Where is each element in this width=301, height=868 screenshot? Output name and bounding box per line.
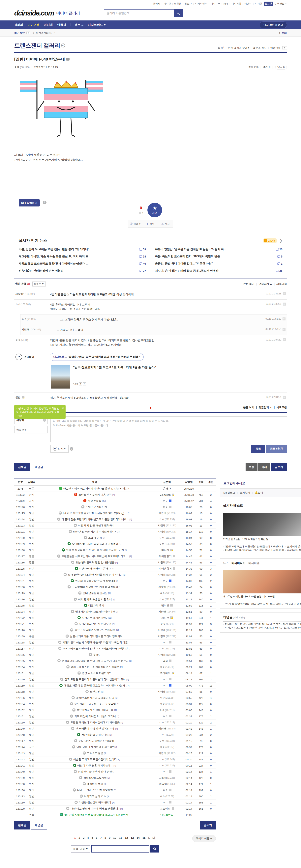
post-title-link[interactable]: 살면서 개새끼를 적게 만나면 그것이 행복이다	[70, 635, 123, 638]
list-item[interactable]: 실시간 서로 만나서 술 마시는중인 악어랑 오현민	[282, 625, 301, 630]
post-head-tag[interactable]: 일반	[27, 523, 37, 529]
writer-name[interactable]: ㅇㅇ	[163, 801, 168, 804]
gnb-item[interactable]: 미니갤	[44, 23, 53, 27]
table-row[interactable]: 120181 일반 위기의 트갤을구할 유일한 희망.jpg[2] ㅇㅇ 14:…	[14, 578, 216, 584]
post-head-tag[interactable]: 우울	[27, 633, 37, 640]
table-row[interactable]: 뉴스 '와! 진짜? 세상에 이런 일이' 시즌2 예고...기대감 높아져 디…	[14, 812, 216, 818]
table-row[interactable]: 120161 일반 광명 ㅅㅇㅎㅁ 자판기야? 록타이트 08:14 67 1	[14, 670, 216, 676]
table-row[interactable]: 120185 일반 트랜스러버 프라이드플래그[4] 피어앤헝거 14:38 9…	[14, 566, 216, 572]
table-row[interactable]: 120147 일반 ㅇㅌㅅ에서도 까이면 난 어떡해 ㅇㅇ(211.234) 0…	[14, 738, 216, 744]
comment-toolbar-link[interactable]: 본문 보기	[243, 406, 254, 409]
comment-page-1[interactable]: 1	[150, 406, 151, 409]
post-head-tag[interactable]: 일반	[27, 602, 37, 609]
comment-writer[interactable]: 사랑해1	[16, 292, 25, 296]
post-title-link[interactable]: 애인이 자꾸 결혼 얘기하는데...[1]	[78, 764, 116, 767]
news-tab[interactable]: 디시미디어	[232, 561, 245, 565]
post-head-tag[interactable]: 일반	[27, 701, 37, 707]
post-title-link[interactable]: 원래 화장실을 자주 안갔는데 방광이 쪼글아든건가[5]	[66, 549, 127, 552]
table-row[interactable]: 120168 일반 자판기인지 아닌지 어떻게 구분해? 자판기가 확실히 다른…	[14, 640, 216, 646]
comment-delete-icon[interactable]: ✕	[283, 338, 286, 341]
password-input[interactable]	[14, 426, 48, 433]
next-news-button[interactable]: ▶	[83, 382, 86, 386]
post-title-link[interactable]: 성형상담해드릴게영[3]	[84, 776, 110, 779]
global-search-button[interactable]	[174, 9, 183, 17]
writer-name[interactable]: 피어앤헝거	[159, 555, 172, 558]
post-title-link[interactable]: 부모한테 돈 요구하는것도 그 생각임[1]	[74, 703, 119, 705]
list-item[interactable]: 인간관계 박살난 전대 히어로.manhwa	[251, 547, 297, 553]
writer-name[interactable]: 록타이트	[160, 672, 171, 675]
news-tab[interactable]: 디시이슈	[248, 561, 260, 565]
writer-name[interactable]: 사랑해	[158, 561, 166, 564]
topbar-link[interactable]: 인물갤	[174, 2, 181, 5]
post-head-tag[interactable]: 공지	[27, 492, 37, 498]
post-head-tag[interactable]: 뉴스	[27, 812, 37, 818]
table-row[interactable]: 120174 일반 밖에서는정상적으로 살아야하니까[2] 사랑해(124.56…	[14, 609, 216, 615]
table-row[interactable]: 120136 일반 너네는 군대 모르는척 어떻게함[7] ㅇㅇ 02.14 1…	[14, 787, 216, 793]
comment-writer[interactable]: ㅇㅇ	[16, 339, 21, 341]
post-title-link[interactable]: 여기 진짜로 수술한 사람 있나[4]	[78, 598, 115, 601]
post-head-tag[interactable]: 일반	[27, 590, 37, 596]
list-search-input[interactable]	[91, 845, 149, 852]
post-title-link[interactable]: 트젠은 게이보다 자기여성애에 더 가까운듯[3]	[70, 721, 123, 724]
post-title-link[interactable]: '와! 진짜? 세상에 이런 일이' 시즌2 예고...기대감 높아져	[64, 813, 129, 816]
writer-name[interactable]: ㅇㅇ	[160, 592, 165, 595]
dccon-help-icon[interactable]: ?	[70, 447, 73, 451]
news-item[interactable]: 윤종신, 금발 하니 아이돌 같아... "피곤한 아침"1	[155, 262, 282, 266]
tooltip-close-icon[interactable]: ✕	[62, 406, 64, 410]
post-title-link[interactable]: 위기의 트갤을구할 유일한 희망.jpg[2]	[75, 579, 118, 582]
post-title-link[interactable]: 에당초 가품이 정.품처럼 살고싶으니 이지랄이 나는거[17]	[64, 684, 129, 687]
table-row[interactable]: 120151 일반 외모 패싱이 되니깐 러버들이 꼬이네[1] ㅇㅇ 02:3…	[14, 713, 216, 719]
writer-name[interactable]: v.s.hyeon	[160, 493, 171, 496]
post-writer[interactable]: ㅇㅇ	[14, 65, 20, 69]
post-title-link[interactable]: 트랜지션[1]	[90, 690, 103, 693]
table-row[interactable]: 120165 일반 현실적으로 그냥 러버랑 수술 안하고 사는게 나을듯 하는…	[14, 658, 216, 664]
list-item[interactable]: 피겜3 다 보고왔는데 장동민 이런 구조에서 우승...	[223, 625, 282, 630]
comment-toolbar-link[interactable]: 새로고침	[276, 282, 287, 286]
topbar-link[interactable]: 디시뉴스	[211, 2, 220, 5]
topbar-link[interactable]: 갤러리	[153, 2, 160, 5]
post-head-tag[interactable]: 일반	[27, 806, 37, 812]
post-head-tag[interactable]: 일반	[27, 541, 37, 547]
post-head-tag[interactable]: 일반	[27, 732, 37, 738]
table-row[interactable]: 117379 공지 완장 호출벨[48] ㅇㅇ 25.01.12 701 4	[14, 498, 216, 504]
writer-name[interactable]: ㅇㅇ	[163, 788, 168, 792]
writer-name[interactable]: 사랑해	[158, 690, 165, 693]
writer-name[interactable]: ㅇㅇ	[160, 622, 165, 625]
writer-name[interactable]: 사랑해	[158, 524, 165, 527]
writer-name[interactable]: ㅇㅇ	[159, 739, 164, 742]
post-head-tag[interactable]: 일반	[27, 535, 37, 541]
writer-name[interactable]: 범이진	[161, 604, 169, 607]
post-title-link[interactable]: 고등학생때 시작했으면 키성장 멈췄을까[1]	[72, 586, 121, 588]
post-head-tag[interactable]: 일반	[27, 738, 37, 744]
writer-name[interactable]: ㅇㅇ	[160, 795, 165, 798]
post-head-tag[interactable]: 일반	[27, 615, 37, 621]
post-title-link[interactable]: 트랜스젠더 갤러리 이용 규칙[4]	[79, 493, 115, 496]
write-button-bottom[interactable]: 글쓰기	[200, 821, 216, 830]
topbar-link[interactable]: 디시콘	[255, 2, 262, 5]
gnb-item[interactable]: 갤로그	[75, 23, 84, 27]
post-title-link[interactable]: 오늘 병역준비역 편입 안내문 받음[1]	[76, 561, 118, 564]
page-number[interactable]: 13	[131, 836, 134, 839]
login-quick-link[interactable]: 즐겨찾기	[240, 491, 250, 495]
page-number[interactable]: 5	[92, 836, 93, 839]
table-row[interactable]: 120180 일반 고등학생때 시작했으면 키성장 멈췄을까[1] 사랑해(22…	[14, 584, 216, 590]
news-item[interactable]: 박봄, 엉덩이 다 보이는 19금 잠옷...팬들 충격 "왜 이러나"59	[19, 248, 146, 251]
comment-sort-dropdown[interactable]: 등록순 ▼	[32, 281, 46, 286]
table-row[interactable]: 120148 일반 완장님들 일 안하시나요[9] ㅇㅇ(1.225) 01:2…	[14, 732, 216, 738]
news-item[interactable]: 게임도 찢고 코스프레도 찢었다! 베이비페이스+슬랜더 ...46	[19, 262, 146, 266]
writer-name[interactable]: 사랑해	[158, 635, 165, 638]
table-row[interactable]: 120140 일반 정정까지 끝내면 딱 하나 변하지 ㅇㅇ 02.14 134…	[14, 769, 216, 775]
table-row[interactable]: 120175 일반 데포 3회 후기 범이진 12:59 115 1	[14, 602, 216, 609]
comment-delete-icon[interactable]: ✕	[282, 317, 285, 320]
post-head-tag[interactable]: 일반	[27, 756, 37, 763]
page-number[interactable]: 9	[109, 836, 111, 839]
post-title-link[interactable]: 정정까지 끝내면 딱 하나 변하지	[78, 770, 115, 773]
comment-toolbar-link[interactable]: 본문 보기	[243, 282, 254, 286]
post-title-link[interactable]: 자판기에서 진단서 안나오면[2]	[79, 622, 115, 625]
list-item[interactable]: 마녀를 위하여.manhwa	[223, 547, 252, 553]
writer-name[interactable]: 운영자	[163, 487, 171, 490]
writer-name[interactable]: 사랑해	[158, 610, 166, 613]
table-row[interactable]: 120190 일반 트갤 웃긴점[3] ㅇㅇ(118.235) 15:04 99…	[14, 535, 216, 541]
post-title-link[interactable]: 홀몬하기전엔 무성애급이었는데[1]	[77, 709, 117, 712]
post-title-link[interactable]: hrt하면 말투와 행동이 여성스러워져?[14]	[73, 530, 120, 533]
